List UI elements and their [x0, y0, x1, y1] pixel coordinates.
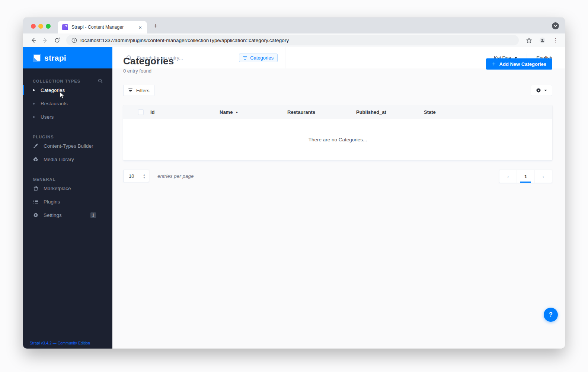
filters-button[interactable]: Filters	[123, 85, 154, 96]
browser-tab[interactable]: Strapi - Content Manager ×	[58, 21, 147, 33]
close-window-button[interactable]	[31, 24, 36, 29]
collection-filter-chip[interactable]: Categories	[239, 54, 278, 62]
next-page-button[interactable]: ›	[534, 170, 552, 183]
site-info-icon[interactable]	[71, 38, 77, 43]
select-all-checkbox[interactable]	[138, 109, 144, 115]
stepper-icons[interactable]: ▲ ▼	[143, 170, 146, 182]
zoom-window-button[interactable]	[46, 24, 51, 29]
sidebar-item-categories[interactable]: Categories	[23, 83, 112, 97]
search-tabs-icon[interactable]	[552, 22, 559, 29]
minimize-window-button[interactable]	[38, 24, 43, 29]
gear-icon	[33, 212, 38, 218]
gear-icon	[536, 88, 541, 93]
settings-notification-badge: 1	[90, 212, 96, 218]
shopping-bag-icon	[33, 186, 38, 191]
brush-icon	[33, 143, 38, 149]
bullet-icon	[33, 89, 35, 91]
sidebar-item-users[interactable]: Users	[23, 110, 112, 124]
page-number-button[interactable]: 1	[517, 170, 534, 183]
back-icon[interactable]	[28, 35, 38, 45]
section-general: GENERAL	[23, 177, 112, 182]
table-settings-button[interactable]	[531, 85, 552, 96]
tab-title: Strapi - Content Manager	[71, 25, 138, 30]
entries-per-page-label: entries per page	[157, 173, 194, 179]
window-controls	[31, 24, 51, 29]
strapi-version-link[interactable]: Strapi v3.4.2 — Community Edition	[30, 341, 90, 345]
chevron-right-icon: ›	[542, 173, 544, 180]
page-title: Categories	[123, 55, 174, 67]
bullet-icon	[33, 116, 35, 118]
sort-asc-icon: ▲	[235, 110, 238, 114]
url-bar[interactable]: localhost:1337/admin/plugins/content-man…	[66, 35, 519, 45]
column-header-name[interactable]: Name ▲	[220, 109, 287, 115]
entries-per-page-select[interactable]: 10 ▲ ▼	[123, 170, 149, 182]
sidebar-item-restaurants[interactable]: Restaurants	[23, 97, 112, 110]
plus-icon: +	[492, 61, 495, 67]
pagination: ‹ 1 ›	[499, 170, 552, 183]
list-icon	[33, 199, 38, 205]
chevron-left-icon: ‹	[507, 173, 509, 180]
bookmark-star-icon[interactable]	[524, 35, 534, 45]
strapi-logo-text: strapi	[44, 54, 66, 62]
search-icon[interactable]	[98, 78, 103, 83]
new-tab-button[interactable]: +	[151, 22, 160, 31]
forward-icon[interactable]	[40, 35, 50, 45]
column-header-state[interactable]: State	[424, 109, 552, 115]
section-collection-types: COLLECTION TYPES	[23, 78, 112, 83]
categories-table: Id Name ▲ Restaurants Published_at State…	[123, 105, 552, 160]
main-content: Categories Kai Doe English Categories 0 …	[112, 47, 565, 349]
entry-count: 0 entry found	[123, 68, 174, 74]
sidebar-item-marketplace[interactable]: Marketplace	[23, 182, 112, 195]
sidebar-item-plugins[interactable]: Plugins	[23, 195, 112, 208]
help-button[interactable]: ?	[544, 308, 558, 322]
filter-icon	[128, 89, 132, 92]
empty-message: There are no Categories...	[309, 137, 367, 142]
table-header-row: Id Name ▲ Restaurants Published_at State	[123, 105, 552, 119]
url-text: localhost:1337/admin/plugins/content-man…	[80, 38, 289, 43]
browser-toolbar: localhost:1337/admin/plugins/content-man…	[23, 33, 565, 47]
browser-tab-strip: Strapi - Content Manager × +	[23, 17, 565, 33]
browser-profile-icon[interactable]	[537, 35, 547, 45]
cloud-upload-icon	[33, 157, 38, 162]
tab-close-icon[interactable]: ×	[138, 24, 143, 31]
strapi-favicon-icon	[62, 24, 68, 30]
filter-icon	[243, 56, 247, 60]
table-empty-state: There are no Categories...	[123, 119, 552, 160]
add-new-categories-button[interactable]: + Add New Categories	[486, 58, 552, 70]
sidebar: strapi COLLECTION TYPES Categories Resta…	[23, 47, 112, 349]
sidebar-item-content-types-builder[interactable]: Content-Types Builder	[23, 139, 112, 153]
section-plugins: PLUGINS	[23, 135, 112, 139]
reload-icon[interactable]	[52, 35, 62, 45]
strapi-logo-icon	[33, 54, 41, 62]
sidebar-item-media-library[interactable]: Media Library	[23, 153, 112, 166]
previous-page-button[interactable]: ‹	[499, 170, 517, 183]
column-header-id[interactable]: Id	[150, 109, 220, 115]
bullet-icon	[33, 103, 35, 105]
browser-menu-icon[interactable]: ⋮	[551, 35, 560, 45]
chevron-down-icon	[544, 90, 547, 91]
sidebar-item-settings[interactable]: Settings 1	[23, 208, 112, 222]
browser-window: Strapi - Content Manager × + localhost:1…	[23, 17, 565, 349]
column-header-published-at[interactable]: Published_at	[356, 109, 424, 115]
strapi-logo[interactable]: strapi	[23, 47, 112, 68]
column-header-restaurants[interactable]: Restaurants	[287, 109, 356, 115]
